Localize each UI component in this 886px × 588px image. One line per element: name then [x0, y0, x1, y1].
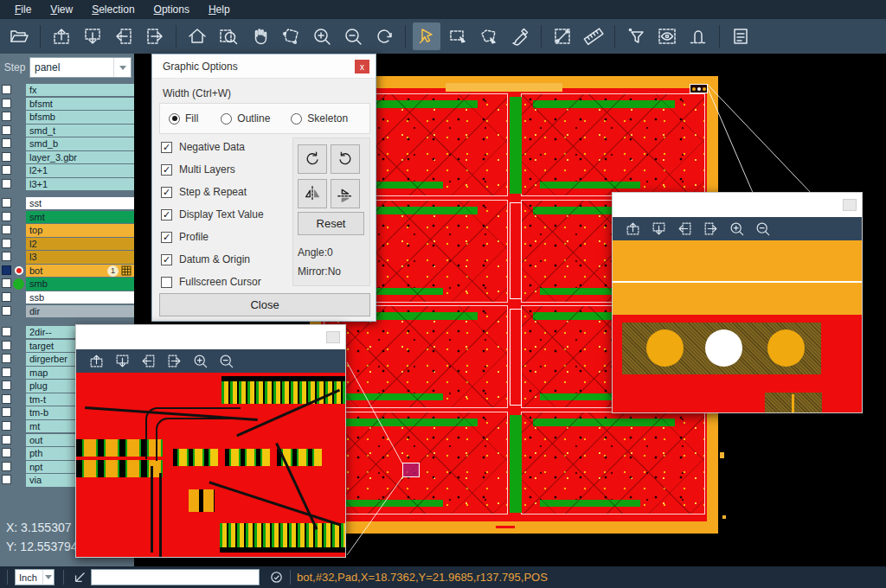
dialog-titlebar[interactable]: Graphic Options [152, 54, 376, 79]
layer-name[interactable]: smd_t [26, 125, 134, 137]
layer-checkbox[interactable] [2, 292, 11, 302]
layer-checkbox[interactable] [2, 138, 11, 148]
layer-row-fx[interactable]: fx [0, 84, 134, 96]
option-negative-data[interactable]: ✓Negative Data [161, 136, 291, 158]
radio-fill[interactable]: Fill [169, 112, 198, 125]
layer-row-l2+1[interactable]: l2+1 [0, 164, 134, 176]
measure-distance-button[interactable] [549, 22, 576, 50]
layer-row-top[interactable]: top [0, 224, 134, 236]
option-profile[interactable]: ✓Profile [161, 226, 291, 248]
layer-row-dir[interactable]: dir [0, 305, 134, 317]
magnifier-window-right[interactable] [612, 192, 863, 413]
layer-checkbox[interactable] [2, 380, 11, 390]
open-folder-button[interactable] [5, 22, 33, 50]
layer-row-bot[interactable]: bot1 [0, 265, 134, 277]
magnifier-view-right[interactable] [613, 240, 862, 412]
menu-help[interactable]: Help [199, 0, 240, 19]
zoom-in-button[interactable] [189, 351, 211, 372]
layer-checkbox[interactable] [2, 394, 11, 404]
step-select[interactable]: panel [29, 57, 132, 78]
layer-checkbox[interactable] [2, 327, 11, 336]
send-right-button[interactable] [699, 219, 722, 240]
layer-checkbox[interactable] [2, 475, 11, 484]
layer-row-l3+1[interactable]: l3+1 [0, 178, 134, 190]
send-down-button[interactable] [111, 351, 133, 372]
apply-check-icon[interactable] [269, 570, 284, 585]
layer-checkbox[interactable] [2, 265, 11, 275]
ruler-button[interactable] [580, 22, 607, 50]
option-fullscreen-cursor[interactable]: Fullscreen Cursor [161, 271, 291, 293]
layer-name[interactable]: dir [26, 305, 134, 317]
measure-loop-button[interactable] [684, 22, 712, 50]
layer-checkbox[interactable] [2, 448, 11, 457]
zoom-out-button[interactable] [751, 219, 774, 240]
layer-checkbox[interactable] [2, 462, 11, 471]
layer-name[interactable]: fx [26, 84, 134, 96]
layer-checkbox[interactable] [2, 435, 11, 444]
layer-name[interactable]: l2 [26, 238, 134, 250]
send-right-button[interactable] [141, 22, 169, 50]
option-multi-layers[interactable]: ✓Multi Layers [161, 158, 291, 181]
layer-checkbox[interactable] [2, 179, 11, 189]
layer-row-ssb[interactable]: ssb [0, 291, 134, 304]
zoom-previous-button[interactable] [370, 22, 398, 50]
layer-name[interactable]: smt [26, 211, 134, 223]
clean-brush-button[interactable] [506, 22, 534, 50]
layer-checkbox[interactable] [2, 368, 11, 377]
layer-checkbox[interactable] [2, 252, 11, 261]
zoom-out-button[interactable] [339, 22, 367, 50]
view-window-button[interactable] [653, 22, 681, 50]
layer-row-bfsmb[interactable]: bfsmb [0, 111, 134, 123]
layer-row-smb[interactable]: smb [0, 278, 134, 290]
layer-row-sst[interactable]: sst [0, 197, 134, 209]
layer-name[interactable]: l3+1 [26, 178, 134, 190]
option-datum-origin[interactable]: ✓Datum & Origin [161, 248, 291, 271]
report-button[interactable] [727, 22, 754, 50]
zoom-in-button[interactable] [308, 22, 336, 50]
pan-hand-button[interactable] [246, 22, 273, 50]
select-pointer-button[interactable] [413, 22, 440, 50]
layer-checkbox[interactable] [2, 99, 11, 108]
option-display-text-value[interactable]: ✓Display Text Value [161, 203, 291, 226]
send-up-button[interactable] [48, 22, 75, 50]
layer-name[interactable]: bfsmb [26, 111, 134, 123]
layer-name[interactable]: l2+1 [26, 164, 134, 176]
layer-row-l3[interactable]: l3 [0, 251, 134, 263]
grid-icon[interactable] [121, 265, 132, 276]
radio-skeleton[interactable]: Skeleton [291, 112, 348, 125]
layer-checkbox[interactable] [2, 407, 11, 417]
layer-checkbox[interactable] [2, 421, 11, 431]
close-icon[interactable]: x [355, 60, 369, 74]
menu-selection[interactable]: Selection [82, 0, 144, 19]
menu-options[interactable]: Options [144, 0, 199, 19]
select-rect-button[interactable] [444, 22, 472, 50]
send-up-button[interactable] [85, 351, 107, 372]
layer-name[interactable]: top [26, 224, 134, 236]
send-down-button[interactable] [79, 22, 106, 50]
layer-checkbox[interactable] [2, 225, 11, 234]
layer-name[interactable]: bot1 [26, 265, 134, 277]
select-poly-button[interactable] [475, 22, 503, 50]
flip-horizontal-button[interactable] [298, 179, 327, 208]
rotate-cw-button[interactable] [298, 144, 327, 174]
send-left-button[interactable] [673, 219, 696, 240]
layer-checkbox[interactable] [2, 354, 11, 363]
layer-checkbox[interactable] [2, 152, 11, 162]
reset-button[interactable]: Reset [298, 212, 364, 235]
layer-name[interactable]: l3 [26, 251, 134, 263]
send-up-button[interactable] [621, 219, 644, 240]
filter-button[interactable] [622, 22, 650, 50]
zoom-out-button[interactable] [215, 351, 237, 372]
zoom-in-button[interactable] [725, 219, 748, 240]
window-button[interactable] [326, 331, 340, 343]
layer-name[interactable]: layer_3.gbr [26, 151, 134, 163]
rotate-ccw-button[interactable] [331, 144, 360, 174]
dialog-close-button[interactable]: Close [159, 293, 370, 316]
menu-file[interactable]: File [5, 0, 41, 19]
layer-row-smd_b[interactable]: smd_b [0, 137, 134, 150]
layer-checkbox[interactable] [2, 239, 11, 248]
send-left-button[interactable] [137, 351, 159, 372]
layer-name[interactable]: smb [26, 278, 134, 290]
send-left-button[interactable] [110, 22, 138, 50]
magnifier-titlebar[interactable] [613, 193, 862, 217]
